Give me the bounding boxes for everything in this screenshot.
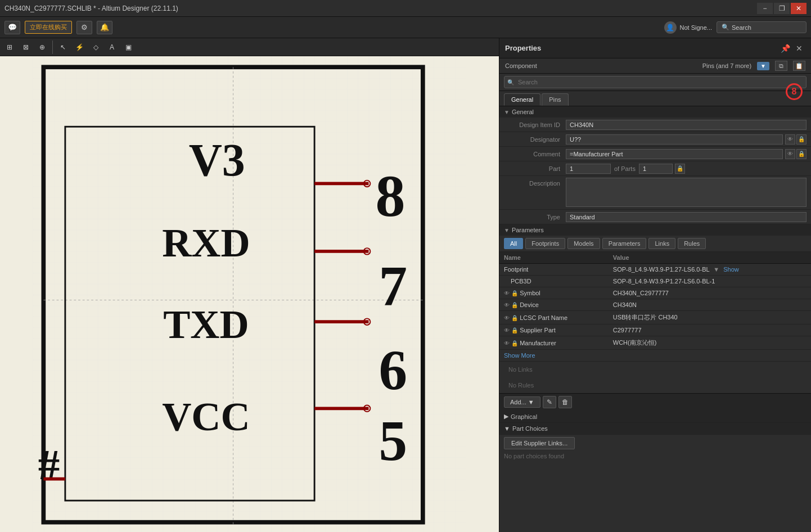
canvas-btn-wire[interactable]: ⚡ [72,40,87,54]
type-row: Type Standard [499,210,811,224]
no-rules-text: No Rules [499,377,811,393]
window-controls: − ❐ ✕ [757,3,807,14]
svg-text:6: 6 [379,339,408,402]
settings-btn[interactable]: ⚙ [76,21,92,34]
name-col-header: Name [499,252,609,264]
canvas-btn-rect[interactable]: ▣ [121,40,136,54]
svg-text:5: 5 [379,409,408,472]
edit-supplier-button[interactable]: Edit Supplier Links... [504,437,575,449]
filter-rules-btn[interactable]: Rules [678,238,706,249]
general-arrow-icon: ▼ [504,109,510,115]
buy-online-button[interactable]: 立即在线购买 [25,21,72,34]
parameters-section-header[interactable]: ▼ Parameters [499,224,811,236]
copy-button[interactable]: ⧉ [775,61,787,71]
svg-text:VCC: VCC [162,394,250,439]
footprint-show-link[interactable]: Show [723,266,739,273]
notification-btn[interactable]: 🔔 [97,21,112,34]
comment-lock-btn[interactable]: 🔒 [796,149,807,159]
user-icon: 👤 [664,21,677,34]
filter-button[interactable]: ▼ [757,62,769,70]
no-links-text: No Links [499,362,811,377]
delete-button[interactable]: 🗑 [558,396,572,408]
designator-icons: 👁 🔒 [785,134,807,145]
tab-general[interactable]: General [504,93,540,106]
filter-all-btn[interactable]: All [504,238,523,249]
design-item-id-row: Design Item ID CH340N [499,118,811,132]
canvas-btn-text[interactable]: A [105,40,119,54]
graphical-section-header[interactable]: ▶ Graphical [499,411,811,423]
filter-footprints-btn[interactable]: Footprints [525,238,565,249]
param-value-symbol: CH340N_C2977777 [609,287,811,299]
svg-text:7: 7 [379,255,408,318]
filter-models-btn[interactable]: Models [567,238,600,249]
canvas-btn-zoom-fit[interactable]: ⊠ [19,40,33,54]
edit-button[interactable]: ✎ [543,396,556,408]
table-row[interactable]: 👁 🔒 Manufacturer WCH(南京沁恒) [499,336,811,350]
device-lock-icon: 🔒 [511,302,518,308]
param-name-pcb3d: PCB3D [499,276,609,287]
toolbar-btn-1[interactable]: 💬 [4,21,20,34]
paste-button[interactable]: 📋 [793,61,805,71]
panel-header: Properties 📌 ✕ [499,38,811,58]
canvas-btn-select[interactable]: ↖ [56,40,70,54]
part-select[interactable]: 1 [566,164,611,174]
restore-button[interactable]: ❐ [774,3,790,14]
tab-pins[interactable]: Pins [542,93,568,106]
type-select[interactable]: Standard [566,212,807,222]
table-row[interactable]: 👁 🔒 Supplier Part C2977777 [499,324,811,336]
canvas-content[interactable]: 8 7 6 5 V3 RXD TXD VCC # [0,56,499,532]
description-textarea[interactable] [566,178,807,207]
add-dropdown-icon: ▼ [528,399,534,405]
type-label: Type [504,214,566,220]
add-button[interactable]: Add... ▼ [504,396,540,408]
filter-links-btn[interactable]: Links [648,238,675,249]
panel-controls: 📌 ✕ [779,43,805,54]
table-row[interactable]: Footprint SOP-8_L4.9-W3.9-P1.27-LS6.0-BL… [499,264,811,276]
svg-text:RXD: RXD [162,221,250,266]
designator-label: Designator [504,136,566,143]
designator-row: Designator 👁 🔒 [499,132,811,147]
panel-content[interactable]: ▼ General Design Item ID CH340N Designat… [499,106,811,532]
param-name-symbol: 👁 🔒 Symbol [499,287,609,299]
minimize-button[interactable]: − [757,3,773,14]
no-part-choices-text: No part choices found [504,452,807,461]
properties-search-input[interactable] [504,76,807,88]
design-item-id-label: Design Item ID [504,121,566,128]
general-section-header[interactable]: ▼ General [499,106,811,118]
comment-eye-btn[interactable]: 👁 [785,149,795,159]
part-lock-btn[interactable]: 🔒 [675,164,685,174]
component-label: Component [505,62,537,69]
panel-pin-button[interactable]: 📌 [779,43,791,54]
of-parts-value[interactable] [639,164,673,174]
table-row[interactable]: 👁 🔒 Symbol CH340N_C2977777 [499,287,811,299]
properties-panel: Properties 📌 ✕ Component Pins (and 7 mor… [499,38,811,532]
lcsc-eye-icon: 👁 [504,315,510,321]
canvas-btn-grid[interactable]: ⊞ [2,40,17,54]
designator-input[interactable] [566,134,783,145]
part-choices-section-header[interactable]: ▼ Part Choices [499,423,811,435]
canvas-btn-draw[interactable]: ◇ [88,40,103,54]
panel-close-button[interactable]: ✕ [793,43,805,54]
designator-eye-btn[interactable]: 👁 [785,134,795,145]
comment-input[interactable] [566,149,783,159]
comment-icons: 👁 🔒 [785,149,807,159]
search-wrap [504,76,807,88]
param-value-pcb3d: SOP-8_L4.9-W3.9-P1.27-LS6.0-BL-1 [609,276,811,287]
designator-lock-btn[interactable]: 🔒 [796,134,807,145]
app-title: CH340N_C2977777.SCHLIB * - Altium Design… [4,4,757,12]
part-label: Part [504,165,566,172]
filter-icon: ▼ [760,63,766,69]
close-button[interactable]: ✕ [791,3,807,14]
panel-tabs: General Pins [499,91,811,106]
filter-parameters-btn[interactable]: Parameters [602,238,647,249]
table-row[interactable]: PCB3D SOP-8_L4.9-W3.9-P1.27-LS6.0-BL-1 [499,276,811,287]
of-parts-label: of Parts [611,165,639,172]
parameters-table: Name Value Footprint SOP-8_L4.9-W3.9-P1.… [499,252,811,350]
canvas-btn-zoom-in[interactable]: ⊕ [35,40,49,54]
show-more-link[interactable]: Show More [499,350,811,362]
parameters-arrow-icon: ▼ [504,227,510,233]
table-row[interactable]: 👁 🔒 LCSC Part Name USB转串口芯片 CH340 [499,311,811,324]
table-row[interactable]: 👁 🔒 Device CH340N [499,299,811,311]
global-search-box[interactable]: 🔍 Search [717,21,807,33]
lcsc-lock-icon: 🔒 [511,315,518,321]
